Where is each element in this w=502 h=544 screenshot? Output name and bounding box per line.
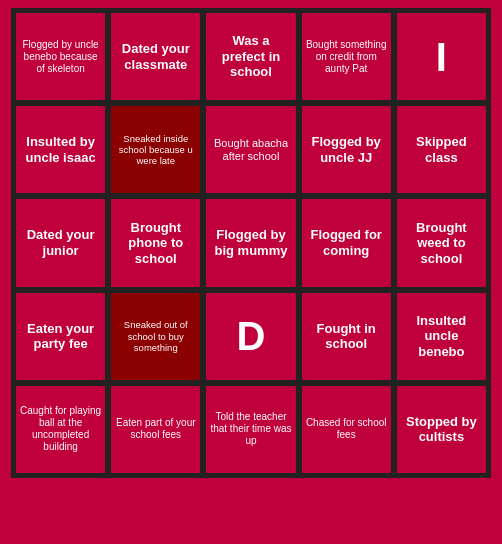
bingo-cell-8: Flogged by uncle JJ bbox=[300, 104, 393, 195]
cell-text-0: Flogged by uncle benebo because of skele… bbox=[19, 39, 102, 75]
cell-text-1: Dated your classmate bbox=[114, 41, 197, 72]
cell-text-13: Flogged for coming bbox=[305, 227, 388, 258]
bingo-cell-20: Caught for playing ball at the uncomplet… bbox=[14, 384, 107, 475]
bingo-cell-23: Chased for school fees bbox=[300, 384, 393, 475]
bingo-cell-17: D bbox=[204, 291, 297, 382]
cell-text-2: Was a prefect in school bbox=[209, 33, 292, 80]
bingo-cell-16: Sneaked out of school to buy something bbox=[109, 291, 202, 382]
bingo-cell-22: Told the teacher that their time was up bbox=[204, 384, 297, 475]
bingo-cell-3: Bought something on credit from aunty Pa… bbox=[300, 11, 393, 102]
bingo-cell-11: Brought phone to school bbox=[109, 197, 202, 288]
cell-text-7: Bought abacha after school bbox=[209, 137, 292, 163]
cell-text-23: Chased for school fees bbox=[305, 417, 388, 441]
bingo-cell-12: Flogged by big mummy bbox=[204, 197, 297, 288]
cell-text-16: Sneaked out of school to buy something bbox=[114, 319, 197, 353]
cell-text-18: Fought in school bbox=[305, 321, 388, 352]
cell-text-12: Flogged by big mummy bbox=[209, 227, 292, 258]
cell-text-17: D bbox=[237, 312, 266, 360]
cell-text-22: Told the teacher that their time was up bbox=[209, 411, 292, 447]
cell-text-3: Bought something on credit from aunty Pa… bbox=[305, 39, 388, 75]
bingo-cell-14: Brought weed to school bbox=[395, 197, 488, 288]
bingo-header bbox=[11, 0, 491, 8]
bingo-cell-15: Eaten your party fee bbox=[14, 291, 107, 382]
cell-text-8: Flogged by uncle JJ bbox=[305, 134, 388, 165]
bingo-cell-18: Fought in school bbox=[300, 291, 393, 382]
cell-text-9: Skipped class bbox=[400, 134, 483, 165]
cell-text-15: Eaten your party fee bbox=[19, 321, 102, 352]
cell-text-5: Insulted by uncle isaac bbox=[19, 134, 102, 165]
cell-text-20: Caught for playing ball at the uncomplet… bbox=[19, 405, 102, 453]
cell-text-4: I bbox=[436, 33, 447, 81]
cell-text-21: Eaten part of your school fees bbox=[114, 417, 197, 441]
bingo-cell-1: Dated your classmate bbox=[109, 11, 202, 102]
bingo-cell-0: Flogged by uncle benebo because of skele… bbox=[14, 11, 107, 102]
bingo-cell-6: Sneaked inside school because u were lat… bbox=[109, 104, 202, 195]
cell-text-11: Brought phone to school bbox=[114, 220, 197, 267]
cell-text-24: Stopped by cultists bbox=[400, 414, 483, 445]
bingo-cell-10: Dated your junior bbox=[14, 197, 107, 288]
bingo-grid: Flogged by uncle benebo because of skele… bbox=[11, 8, 491, 478]
bingo-cell-7: Bought abacha after school bbox=[204, 104, 297, 195]
bingo-cell-5: Insulted by uncle isaac bbox=[14, 104, 107, 195]
cell-text-19: Insulted uncle benebo bbox=[400, 313, 483, 360]
bingo-cell-19: Insulted uncle benebo bbox=[395, 291, 488, 382]
cell-text-6: Sneaked inside school because u were lat… bbox=[114, 133, 197, 167]
cell-text-10: Dated your junior bbox=[19, 227, 102, 258]
bingo-cell-2: Was a prefect in school bbox=[204, 11, 297, 102]
cell-text-14: Brought weed to school bbox=[400, 220, 483, 267]
bingo-cell-21: Eaten part of your school fees bbox=[109, 384, 202, 475]
bingo-cell-13: Flogged for coming bbox=[300, 197, 393, 288]
bingo-cell-24: Stopped by cultists bbox=[395, 384, 488, 475]
bingo-cell-9: Skipped class bbox=[395, 104, 488, 195]
bingo-cell-4: I bbox=[395, 11, 488, 102]
